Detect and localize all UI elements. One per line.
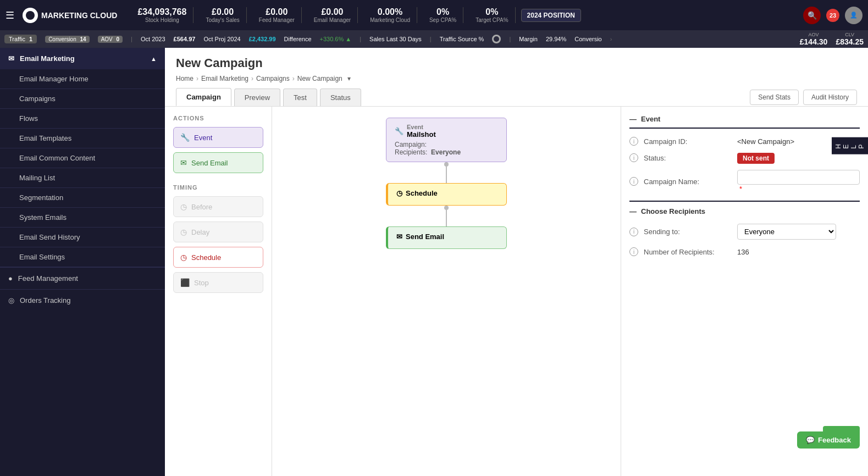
choose-recipients-minus-icon: — xyxy=(629,207,637,215)
schedule-timing-button[interactable]: ◷ Schedule xyxy=(173,247,263,268)
sep4: | xyxy=(509,36,511,42)
help-tab[interactable]: HELP xyxy=(832,137,868,154)
actions-label: ACTIONS xyxy=(173,115,263,121)
sidebar-item-email-templates[interactable]: Email Templates xyxy=(0,129,165,148)
chevron-up-icon: ▲ xyxy=(151,56,157,62)
breadcrumb: Home › Email Marketing › Campaigns › New… xyxy=(176,75,857,82)
sending-to-label: Sending to: xyxy=(644,228,732,236)
properties-panel: — Event i Campaign ID: <New Campaign> i … xyxy=(621,107,868,476)
oct-proj-label: Oct Proj 2024 xyxy=(203,36,240,42)
tab-preview[interactable]: Preview xyxy=(234,88,280,106)
sidebar-item-mailing-list[interactable]: Mailing List xyxy=(0,168,165,188)
sidebar-item-feed-management[interactable]: ● Feed Management xyxy=(0,267,165,289)
main-content: New Campaign Home › Email Marketing › Ca… xyxy=(165,48,868,476)
breadcrumb-chevron-icon[interactable]: ▾ xyxy=(347,75,351,82)
search-button[interactable]: 🔍 xyxy=(803,7,821,24)
campaign-name-label: Campaign Name: xyxy=(644,178,732,186)
sidebar-item-segmentation[interactable]: Segmentation xyxy=(0,188,165,208)
metric-stock-holding: £34,093,768 Stock Holding xyxy=(131,7,193,23)
sales-30-label: Sales Last 30 Days xyxy=(369,36,422,42)
feedback-button[interactable]: 💬 Feedback xyxy=(797,431,860,449)
event-icon: 🔧 xyxy=(180,133,190,142)
metric-sep-cpa: 0% Sep CPA% xyxy=(423,7,463,23)
tab-campaign[interactable]: Campaign xyxy=(176,88,231,106)
schedule-flow-node[interactable]: ◷ Schedule xyxy=(386,183,507,206)
sidebar: ✉ Email Marketing ▲ Email Manager Home C… xyxy=(0,48,165,476)
schedule-node-title: Schedule xyxy=(406,189,438,197)
status-info-icon[interactable]: i xyxy=(629,153,638,162)
campaign-name-input[interactable] xyxy=(737,170,860,185)
num-recipients-value: 136 xyxy=(737,248,860,256)
sidebar-item-campaigns[interactable]: Campaigns xyxy=(0,89,165,109)
connector-dot-2 xyxy=(444,206,449,210)
before-timing-button: ◷ Before xyxy=(173,196,263,217)
notification-badge[interactable]: 23 xyxy=(826,9,839,22)
sidebar-item-orders-tracking[interactable]: ◎ Orders Tracking xyxy=(0,289,165,311)
prop-section-event: — Event xyxy=(629,115,860,129)
campaign-name-info-icon[interactable]: i xyxy=(629,177,638,186)
content-area: ACTIONS 🔧 Event ✉ Send Email TIMING ◷ Be… xyxy=(165,107,868,476)
stop-timing-button: ⬛ Stop xyxy=(173,272,263,293)
num-recipients-info-icon[interactable]: i xyxy=(629,247,638,256)
prop-campaign-name: i Campaign Name: * xyxy=(629,170,860,193)
delay-timing-button: ◷ Delay xyxy=(173,222,263,242)
sending-to-value: Everyone Segmented List Mailing List xyxy=(737,224,860,240)
audit-history-button[interactable]: Audit History xyxy=(803,90,857,105)
hamburger-menu[interactable]: ☰ xyxy=(5,9,14,21)
traffic-chart-dot xyxy=(492,35,501,43)
send-email-action-button[interactable]: ✉ Send Email xyxy=(173,152,263,173)
breadcrumb-campaigns[interactable]: Campaigns xyxy=(256,75,290,82)
tab-status[interactable]: Status xyxy=(320,88,361,106)
sidebar-item-email-send-history[interactable]: Email Send History xyxy=(0,228,165,247)
send-stats-button[interactable]: Send Stats xyxy=(750,90,799,105)
timing-label: TIMING xyxy=(173,184,263,191)
flow-canvas[interactable]: 🔧 Event Mailshot Campaign: Recipients: E… xyxy=(272,107,621,476)
send-email-node-title: Send Email xyxy=(406,233,444,241)
sidebar-item-email-common-content[interactable]: Email Common Content xyxy=(0,148,165,168)
sidebar-item-email-manager-home[interactable]: Email Manager Home xyxy=(0,69,165,89)
position-badge[interactable]: 2024 POSITION xyxy=(521,9,581,22)
actions-panel: ACTIONS 🔧 Event ✉ Send Email TIMING ◷ Be… xyxy=(165,107,272,476)
delay-icon: ◷ xyxy=(180,228,187,236)
sidebar-item-email-settings[interactable]: Email Settings xyxy=(0,247,165,267)
logo-inner xyxy=(26,11,35,20)
connector-2 xyxy=(446,210,447,226)
stop-icon: ⬛ xyxy=(180,278,190,287)
difference-val: +330.6% ▲ xyxy=(320,36,352,42)
traffic-pill: Traffic 1 xyxy=(4,35,37,43)
oct2023-label: Oct 2023 xyxy=(141,36,165,42)
event-action-button[interactable]: 🔧 Event xyxy=(173,127,263,148)
metric-todays-sales: £0.00 Today's Sales xyxy=(199,7,246,23)
sidebar-item-system-emails[interactable]: System Emails xyxy=(0,208,165,228)
send-email-flow-icon: ✉ xyxy=(396,233,402,241)
metric-feed-manager: £0.00 Feed Manager xyxy=(252,7,302,23)
oct2023-val: £564.97 xyxy=(174,36,196,42)
status-value: Not sent xyxy=(737,154,860,162)
tab-test[interactable]: Test xyxy=(283,88,317,106)
sep1: | xyxy=(131,36,132,42)
send-email-flow-node[interactable]: ✉ Send Email xyxy=(386,226,507,249)
sending-to-info-icon[interactable]: i xyxy=(629,228,638,236)
page-header: New Campaign Home › Email Marketing › Ca… xyxy=(165,48,868,107)
conversion-label: Conversio xyxy=(574,36,602,42)
user-avatar[interactable]: 👤 xyxy=(845,7,863,24)
not-sent-badge: Not sent xyxy=(737,153,775,164)
breadcrumb-new-campaign[interactable]: New Campaign xyxy=(297,75,342,82)
sidebar-item-flows[interactable]: Flows xyxy=(0,109,165,129)
prop-num-recipients: i Number of Recipients: 136 xyxy=(629,247,860,256)
sending-to-select[interactable]: Everyone Segmented List Mailing List xyxy=(737,224,836,240)
logo-circle xyxy=(23,8,38,23)
clv-display: CLV £834.25 xyxy=(836,32,864,46)
breadcrumb-email-marketing[interactable]: Email Marketing xyxy=(201,75,248,82)
feed-management-icon: ● xyxy=(8,274,13,283)
breadcrumb-home[interactable]: Home xyxy=(176,75,193,82)
aov-badge: AOV 0 xyxy=(98,36,123,43)
campaign-id-info-icon[interactable]: i xyxy=(629,137,638,146)
event-flow-node[interactable]: 🔧 Event Mailshot Campaign: Recipients: E… xyxy=(386,118,507,162)
app-logo: MARKETING CLOUD xyxy=(23,8,117,23)
page-title: New Campaign xyxy=(176,56,857,70)
choose-recipients-header: — Choose Recipients xyxy=(629,201,860,215)
feedback-icon: 💬 xyxy=(806,436,815,444)
send-email-icon: ✉ xyxy=(180,158,187,167)
email-marketing-section[interactable]: ✉ Email Marketing ▲ xyxy=(0,48,165,69)
